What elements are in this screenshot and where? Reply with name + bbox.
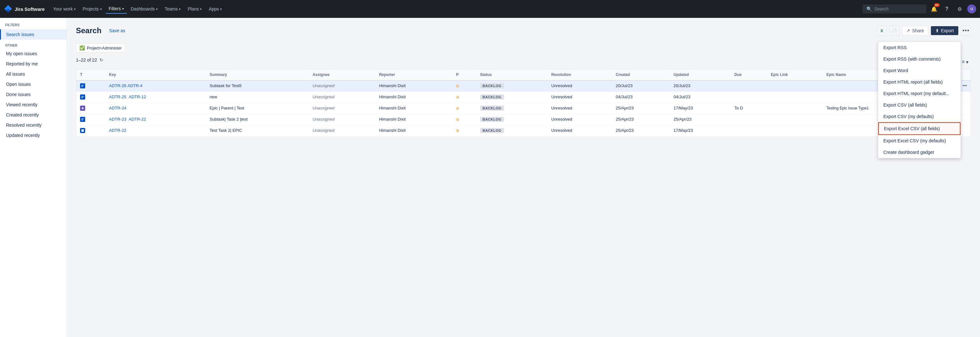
issue-key-link[interactable]: ADTR-23	[109, 117, 126, 122]
sidebar-item-my-open-issues[interactable]: My open issues	[0, 49, 67, 59]
nav-projects[interactable]: Projects ▾	[80, 5, 105, 13]
export-csv-defaults-item[interactable]: Export CSV (my defaults)	[878, 111, 961, 122]
col-summary[interactable]: Summary	[206, 69, 309, 81]
app-logo[interactable]: Jira Software	[4, 5, 45, 13]
csv-export-icon-button[interactable]: 📄	[889, 25, 900, 36]
export-excel-defaults-item[interactable]: Export Excel CSV (my defaults)	[878, 135, 961, 146]
table-row[interactable]: ADTR-26 ADTR-4 Subtask for Test5 Unassig…	[76, 80, 971, 92]
status-badge: BACKLOG	[480, 128, 504, 133]
summary-link[interactable]: Subtask| Task 2 |test	[210, 117, 248, 122]
col-assignee[interactable]: Assignee	[309, 69, 375, 81]
issue-key-link[interactable]: ADTR-22	[109, 128, 126, 133]
table-row[interactable]: ADTR-22 Test Task 2| EPIC Unassigned Him…	[76, 126, 971, 137]
nav-filters[interactable]: Filters ▾	[106, 4, 127, 14]
epic-type-icon	[80, 106, 85, 111]
sidebar-item-done-issues[interactable]: Done issues	[0, 89, 67, 100]
export-button[interactable]: ⬆ Export	[931, 26, 958, 35]
project-filter-chip[interactable]: ✅ Project=Administer	[76, 43, 125, 52]
table-body: ADTR-26 ADTR-4 Subtask for Test5 Unassig…	[76, 80, 971, 137]
export-word-item[interactable]: Export Word	[878, 65, 961, 76]
table-row[interactable]: ADTR-24 Epic | Parent | Test Unassigned …	[76, 103, 971, 114]
excel-export-icon-button[interactable]: X	[877, 25, 887, 36]
sidebar-item-viewed-recently[interactable]: Viewed recently	[0, 100, 67, 110]
sidebar-other-section: OTHER	[0, 40, 67, 49]
app-name: Jira Software	[15, 6, 45, 12]
parent-key-link[interactable]: ADTR-12	[129, 94, 146, 99]
teams-chevron: ▾	[179, 7, 181, 11]
export-excel-all-item[interactable]: Export Excel CSV (all fields)	[878, 122, 961, 135]
export-csv-all-item[interactable]: Export CSV (all fields)	[878, 99, 961, 111]
table-row[interactable]: ADTR-23 ADTR-22 Subtask| Task 2 |test Un…	[76, 114, 971, 126]
export-rss-item[interactable]: Export RSS	[878, 42, 961, 53]
search-input[interactable]	[874, 6, 919, 11]
col-updated[interactable]: Updated	[670, 69, 730, 81]
cell-key: ADTR-26 ADTR-4	[105, 80, 206, 92]
settings-icon: ⚙	[957, 6, 962, 12]
cell-type	[76, 92, 105, 103]
notification-count: 9+	[934, 3, 940, 7]
summary-link[interactable]: Subtask for Test5	[210, 83, 242, 88]
cell-summary: new	[206, 92, 309, 103]
col-status[interactable]: Status	[476, 69, 547, 81]
issue-key-link[interactable]: ADTR-25	[109, 94, 126, 99]
dashboards-chevron: ▾	[156, 7, 158, 11]
nav-plans[interactable]: Plans ▾	[185, 5, 205, 13]
issue-key-link[interactable]: ADTR-26	[109, 83, 126, 88]
nav-dashboards[interactable]: Dashboards ▾	[127, 5, 161, 13]
refresh-icon[interactable]: ↻	[100, 57, 103, 62]
row-more-icon[interactable]: •••	[963, 83, 967, 88]
export-html-default-item[interactable]: Export HTML report (my default...	[878, 88, 961, 99]
col-epic-link[interactable]: Epic Link	[767, 69, 822, 81]
table-row[interactable]: ADTR-25 ADTR-12 new Unassigned Himanshi …	[76, 92, 971, 103]
summary-link[interactable]: Epic | Parent | Test	[210, 106, 244, 110]
sidebar-item-reported-by-me[interactable]: Reported by me	[0, 59, 67, 69]
nav-your-work[interactable]: Your work ▾	[50, 5, 79, 13]
more-options-button[interactable]: •••	[961, 25, 971, 36]
settings-button[interactable]: ⚙	[955, 4, 965, 14]
parent-key-link[interactable]: ADTR-4	[127, 83, 143, 88]
col-priority[interactable]: P	[452, 69, 476, 81]
summary-link[interactable]: new	[210, 94, 217, 99]
user-avatar[interactable]: U	[967, 5, 976, 13]
col-due[interactable]: Due	[730, 69, 767, 81]
cell-key: ADTR-25 ADTR-12	[105, 92, 206, 103]
cell-type	[76, 103, 105, 114]
nav-teams[interactable]: Teams ▾	[161, 5, 184, 13]
create-dashboard-gadget-item[interactable]: Create dashboard gadget	[878, 146, 961, 158]
col-created[interactable]: Created	[612, 69, 670, 81]
col-type[interactable]: T	[76, 69, 105, 81]
view-chevron-icon: ▾	[966, 59, 969, 65]
priority-icon: ≡	[456, 94, 459, 100]
save-as-button[interactable]: Save as	[107, 27, 128, 35]
col-reporter[interactable]: Reporter	[375, 69, 452, 81]
notifications-button[interactable]: 🔔 9+	[929, 4, 939, 14]
nav-apps[interactable]: Apps ▾	[205, 5, 225, 13]
export-html-all-item[interactable]: Export HTML report (all fields)	[878, 76, 961, 88]
task-type-icon	[80, 128, 85, 133]
sidebar-item-open-issues[interactable]: Open issues	[0, 79, 67, 89]
subtask-type-icon	[80, 94, 85, 100]
subtask-type-icon	[80, 83, 85, 88]
search-bar[interactable]: 🔍	[862, 5, 926, 13]
priority-icon: ≡	[456, 83, 459, 89]
sidebar-item-search-issues[interactable]: Search issues	[0, 29, 67, 40]
export-rss-comments-item[interactable]: Export RSS (with comments)	[878, 53, 961, 65]
sidebar-item-created-recently[interactable]: Created recently	[0, 110, 67, 120]
sidebar-item-updated-recently[interactable]: Updated recently	[0, 130, 67, 140]
summary-link[interactable]: Test Task 2| EPIC	[210, 128, 242, 133]
sidebar-title: Filters	[0, 23, 67, 29]
results-info: 1–22 of 22 ↻	[76, 57, 103, 62]
sidebar-item-resolved-recently[interactable]: Resolved recently	[0, 120, 67, 130]
sidebar: Filters Search issues OTHER My open issu…	[0, 18, 67, 337]
parent-key-link[interactable]: ADTR-22	[129, 117, 146, 122]
cell-assignee: Unassigned	[309, 80, 375, 92]
col-resolution[interactable]: Resolution	[547, 69, 612, 81]
share-button[interactable]: ↗ Share	[902, 26, 928, 35]
sidebar-item-all-issues[interactable]: All issues	[0, 69, 67, 79]
view-toggle-button[interactable]: ≡ ▾	[959, 58, 971, 67]
col-key[interactable]: Key	[105, 69, 206, 81]
help-button[interactable]: ?	[942, 4, 952, 14]
cell-created: 20/Jul/23	[612, 80, 670, 92]
issue-key-link[interactable]: ADTR-24	[109, 106, 126, 110]
status-badge: BACKLOG	[480, 94, 504, 100]
